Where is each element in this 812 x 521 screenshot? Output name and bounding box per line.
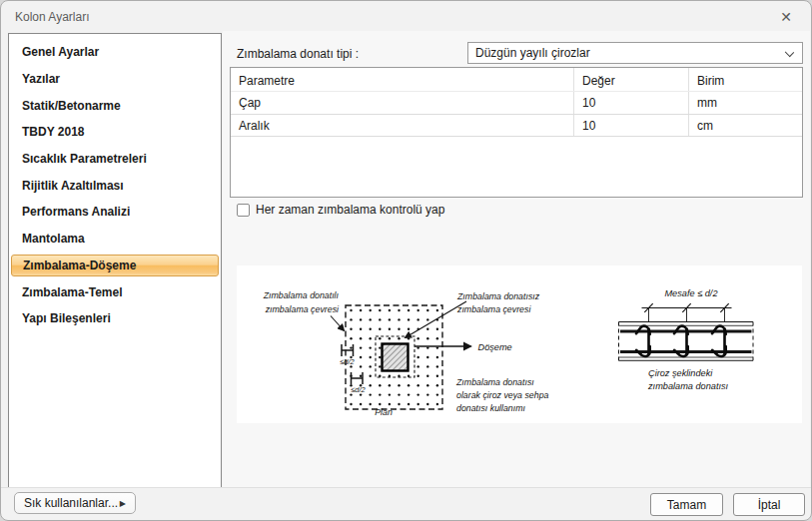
punching-check-checkbox[interactable]: [237, 204, 250, 217]
note-line-2: olarak çiroz veya sehpa: [456, 390, 549, 400]
sidebar-item-performans-analizi[interactable]: Performans Analizi: [9, 199, 221, 226]
donati-tipi-label: Zımbalama donatı tipi :: [237, 47, 359, 61]
leader-arrow: [331, 316, 345, 331]
dim-label-1: ≤d/2: [340, 357, 355, 366]
sidebar-item-sicaklik-parametreleri[interactable]: Sıcaklık Parametreleri: [9, 146, 221, 173]
ok-button[interactable]: Tamam: [650, 493, 723, 516]
sidebar-item-yapi-bilesenleri[interactable]: Yapı Bileşenleri: [9, 305, 221, 332]
sidebar-item-zimbalama-temel[interactable]: Zımbalama-Temel: [9, 278, 221, 305]
always-check-row: Her zaman zımbalama kontrolü yap: [237, 203, 444, 217]
note-line-3: donatısı kullanımı: [456, 403, 526, 413]
sidebar-item-statik-betonarme[interactable]: Statik/Betonarme: [9, 92, 221, 119]
dimension-mark-2: [352, 372, 364, 384]
settings-sidebar: Genel Ayarlar Yazılar Statik/Betonarme T…: [8, 33, 222, 488]
donati-tipi-selected-value: Düzgün yayılı çirozlar: [475, 46, 590, 60]
section-caption-1: Çiroz şeklindeki: [648, 368, 713, 378]
favorites-button-label: Sık kullanılanlar...: [24, 496, 118, 510]
param-name-cell: Çap: [239, 92, 261, 115]
kolon-ayarlari-dialog: Kolon Ayarları ✕ Genel Ayarlar Yazılar S…: [0, 0, 812, 521]
plan-caption: Plan: [375, 407, 393, 417]
param-value-cell[interactable]: 10: [573, 115, 595, 138]
section-caption-2: zımbalama donatısı: [647, 381, 729, 391]
dimension-mark-1: [342, 344, 354, 356]
label-without-reinforcement-2: zımbalama çevresi: [456, 304, 531, 314]
label-without-reinforcement-1: Zımbalama donatısız: [456, 291, 540, 301]
table-row[interactable]: Çap 10 mm: [231, 92, 802, 115]
parameter-table: Parametre Değer Birim Çap 10 mm Aralık 1…: [230, 67, 803, 198]
column-section: [383, 344, 408, 371]
favorites-button[interactable]: Sık kullanılanlar... ▶: [14, 492, 136, 514]
column-header-birim: Birim: [688, 68, 724, 94]
label-with-reinforcement-2: zımbalama çevresi: [265, 304, 340, 314]
footer-divider: [1, 487, 811, 488]
arrow-right-icon: ▶: [120, 499, 126, 508]
chevron-down-icon: [785, 48, 794, 57]
donati-tipi-dropdown[interactable]: Düzgün yayılı çirozlar: [467, 42, 803, 64]
dim-label-2: ≤d/2: [351, 385, 366, 394]
param-name-cell: Aralık: [239, 115, 270, 138]
doseme-label: Döşeme: [478, 342, 512, 352]
mesafe-dim-label: Mesafe ≤ d/2: [664, 288, 717, 298]
sidebar-item-tbdy-2018[interactable]: TBDY 2018: [9, 119, 221, 146]
close-icon[interactable]: ✕: [775, 7, 797, 27]
note-line-1: Zımbalama donatısı: [455, 377, 534, 387]
sidebar-item-rijitlik-azaltilmasi[interactable]: Rijitlik Azaltılması: [9, 172, 221, 199]
title-bar: Kolon Ayarları ✕: [1, 1, 811, 33]
punching-diagram: ≤d/2 ≤d/2 Zımbalama donatılı zımbalama ç…: [237, 265, 802, 423]
table-row[interactable]: Aralık 10 cm: [231, 115, 802, 138]
sidebar-item-mantolama[interactable]: Mantolama: [9, 226, 221, 253]
column-header-parametre: Parametre: [239, 68, 295, 94]
sidebar-item-yazilar[interactable]: Yazılar: [9, 66, 221, 93]
window-title: Kolon Ayarları: [15, 10, 90, 24]
sidebar-item-zimbalama-doseme[interactable]: Zımbalama-Döşeme: [11, 255, 219, 276]
punching-check-label[interactable]: Her zaman zımbalama kontrolü yap: [256, 203, 444, 217]
dimension-ticks: [644, 303, 728, 322]
param-value-cell[interactable]: 10: [573, 92, 595, 115]
label-with-reinforcement-1: Zımbalama donatılı: [263, 290, 340, 300]
diagram-area: ≤d/2 ≤d/2 Zımbalama donatılı zımbalama ç…: [237, 265, 802, 423]
cancel-button[interactable]: İptal: [733, 493, 805, 516]
table-header-row: Parametre Değer Birim: [231, 68, 802, 92]
sidebar-item-genel-ayarlar[interactable]: Genel Ayarlar: [9, 39, 221, 66]
param-unit-cell: cm: [688, 115, 713, 138]
column-header-deger: Değer: [573, 68, 615, 94]
leader-arrow: [406, 301, 467, 338]
param-unit-cell: mm: [688, 92, 717, 115]
